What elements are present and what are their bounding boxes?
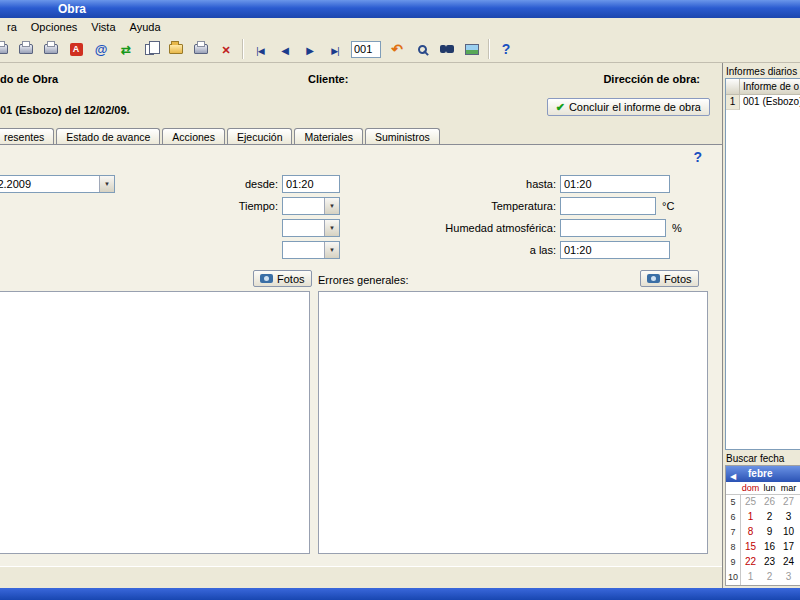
calendar-day[interactable]: 25: [741, 495, 760, 510]
humedad-input[interactable]: [560, 219, 666, 237]
calendar-day[interactable]: 2: [760, 510, 779, 525]
nav-next-button[interactable]: [298, 38, 322, 60]
undo-icon: [391, 41, 403, 57]
calendar-day[interactable]: 17: [779, 540, 798, 555]
delete-button[interactable]: [214, 38, 238, 60]
a-las-input[interactable]: [560, 241, 670, 259]
copy-button[interactable]: [139, 38, 163, 60]
calendar-day[interactable]: 22: [741, 555, 760, 570]
list-column-header[interactable]: Informe de o: [740, 79, 800, 95]
calendar-day-headers: dom lun mar: [726, 482, 800, 495]
calendar-day[interactable]: 8: [741, 525, 760, 540]
notes-textarea[interactable]: [0, 291, 310, 554]
calendar-day[interactable]: 1: [741, 510, 760, 525]
chevron-down-icon[interactable]: [324, 242, 339, 258]
calendar-week-row: 5 25 26 27: [726, 495, 800, 510]
print-preview-button[interactable]: [189, 38, 213, 60]
find-button[interactable]: [435, 38, 459, 60]
calendar-day[interactable]: 23: [760, 555, 779, 570]
buscar-fecha-label: Buscar fecha: [726, 453, 784, 464]
calendar-week-row: 8 15 16 17: [726, 540, 800, 555]
nav-prev-button[interactable]: [273, 38, 297, 60]
camera-icon: [647, 274, 660, 283]
title-bar[interactable]: Obra: [0, 0, 800, 18]
a-las-label: a las:: [440, 244, 556, 256]
day-header-mar: mar: [779, 482, 798, 494]
sync-icon: [121, 42, 131, 57]
reports-list: Informe de o 1 001 (Esbozo): [725, 78, 800, 450]
menu-item-obra[interactable]: ra: [0, 19, 24, 35]
fotos-button-left[interactable]: Fotos: [253, 270, 312, 287]
tab-presentes[interactable]: resentes: [0, 128, 54, 144]
printer-icon: [44, 44, 58, 54]
menu-item-ayuda[interactable]: Ayuda: [123, 19, 168, 35]
tiempo-value-1: [283, 198, 324, 214]
nav-last-button[interactable]: [323, 38, 347, 60]
calendar-day[interactable]: 1: [741, 570, 760, 585]
chevron-down-icon[interactable]: [99, 176, 114, 192]
chevron-down-icon[interactable]: [324, 198, 339, 214]
record-number-input[interactable]: [351, 41, 381, 58]
tiempo-select-1[interactable]: [282, 197, 340, 215]
calendar-day[interactable]: 10: [779, 525, 798, 540]
calendar-prev-icon[interactable]: [730, 469, 736, 481]
form-panel: 12.02.2009 desde: hasta: Tiempo: Tempera…: [0, 144, 722, 566]
week-number: 10: [726, 570, 741, 585]
report-list-row[interactable]: 1 001 (Esbozo): [726, 95, 800, 110]
tab-suministros[interactable]: Suministros: [365, 128, 440, 144]
humedad-label: Humedad atmosférica:: [440, 222, 556, 234]
export-pdf-button[interactable]: [64, 38, 88, 60]
desde-label: desde:: [160, 178, 278, 190]
menu-item-opciones[interactable]: Opciones: [24, 19, 84, 35]
calendar-day[interactable]: 3: [779, 570, 798, 585]
panel-help-icon[interactable]: [693, 149, 702, 165]
print-copy-button[interactable]: [39, 38, 63, 60]
image-button[interactable]: [460, 38, 484, 60]
tab-materiales[interactable]: Materiales: [294, 128, 362, 144]
nav-first-button[interactable]: [248, 38, 272, 60]
calendar-day[interactable]: 16: [760, 540, 779, 555]
chevron-down-icon[interactable]: [324, 220, 339, 236]
tab-acciones[interactable]: Acciones: [162, 128, 225, 144]
main-column: do de Obra Cliente: Dirección de obra: 0…: [0, 63, 722, 588]
sync-button[interactable]: [114, 38, 138, 60]
printer-icon: [19, 44, 33, 54]
send-email-button[interactable]: [89, 38, 113, 60]
next-record-icon: [306, 42, 314, 57]
calendar-day[interactable]: 26: [760, 495, 779, 510]
calendar: febre dom lun mar 5 25 26 27 6 1 2: [725, 465, 800, 586]
calendar-day[interactable]: 15: [741, 540, 760, 555]
open-button[interactable]: [164, 38, 188, 60]
magnifier-icon: [418, 45, 427, 54]
tab-estado-de-avance[interactable]: Estado de avance: [56, 128, 160, 144]
week-number: 9: [726, 555, 741, 570]
calendar-day[interactable]: 3: [779, 510, 798, 525]
desde-input[interactable]: [282, 175, 340, 193]
calendar-day[interactable]: 2: [760, 570, 779, 585]
errores-generales-textarea[interactable]: [318, 291, 708, 554]
hasta-input[interactable]: [560, 175, 670, 193]
calendar-day[interactable]: 27: [779, 495, 798, 510]
help-button[interactable]: [494, 38, 518, 60]
fotos-button-right[interactable]: Fotos: [640, 270, 699, 287]
temperatura-input[interactable]: [560, 197, 656, 215]
tiempo-select-2[interactable]: [282, 219, 340, 237]
report-date-select[interactable]: 12.02.2009: [0, 175, 115, 193]
row-label: 001 (Esbozo): [740, 95, 800, 110]
zoom-document-button[interactable]: [410, 38, 434, 60]
status-bar: [0, 566, 722, 588]
print-report-button[interactable]: [0, 38, 13, 60]
tab-ejecucion[interactable]: Ejecución: [227, 128, 293, 144]
conclude-report-button[interactable]: Concluir el informe de obra: [547, 98, 710, 116]
print-button[interactable]: [14, 38, 38, 60]
taskbar[interactable]: [0, 588, 800, 600]
tiempo-select-3[interactable]: [282, 241, 340, 259]
week-number: 8: [726, 540, 741, 555]
conclude-report-label: Concluir el informe de obra: [569, 101, 701, 113]
calendar-day[interactable]: 9: [760, 525, 779, 540]
calendar-day[interactable]: 24: [779, 555, 798, 570]
window-title: Obra: [58, 2, 86, 16]
menu-item-vista[interactable]: Vista: [84, 19, 122, 35]
week-corner: [726, 482, 741, 494]
undo-button[interactable]: [385, 38, 409, 60]
